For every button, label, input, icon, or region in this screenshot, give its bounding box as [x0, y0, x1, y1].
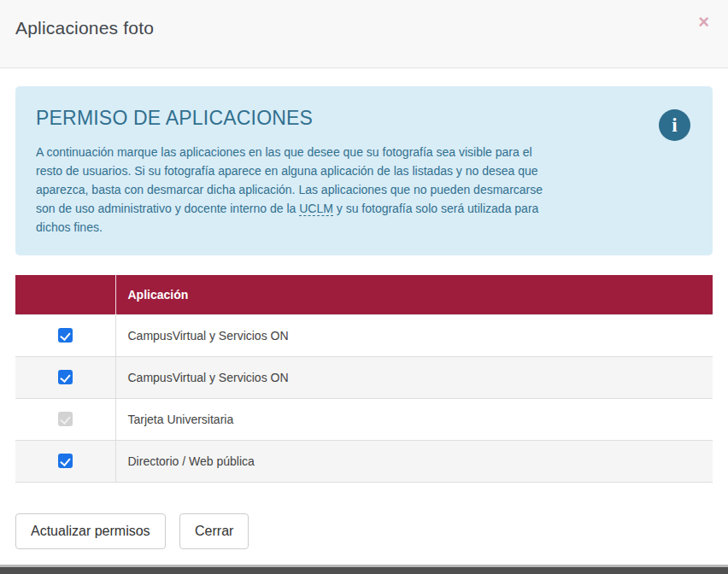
- uclm-link[interactable]: UCLM: [299, 202, 333, 216]
- checkbox-cell: [15, 398, 115, 440]
- table-row: CampusVirtual y Servicios ON: [15, 314, 713, 356]
- checkbox-cell: [15, 356, 115, 398]
- row-checkbox[interactable]: [58, 454, 73, 468]
- close-button[interactable]: Cerrar: [179, 513, 249, 549]
- table-header-row: Aplicación: [15, 275, 713, 314]
- application-column-header: Aplicación: [115, 275, 713, 314]
- info-panel-text: A continuación marque las aplicaciones e…: [36, 143, 545, 237]
- modal-body: PERMISO DE APLICACIONES i A continuación…: [0, 68, 728, 483]
- application-name: CampusVirtual y Servicios ON: [115, 314, 713, 356]
- permissions-table: Aplicación CampusVirtual y Servicios ON …: [15, 275, 713, 483]
- modal-header: Aplicaciones foto ×: [0, 0, 728, 68]
- window-bottom-edge: [0, 565, 728, 574]
- permissions-table-head: Aplicación: [15, 275, 713, 314]
- info-panel-heading: PERMISO DE APLICACIONES: [36, 107, 692, 130]
- row-checkbox[interactable]: [58, 370, 73, 384]
- row-checkbox: [58, 412, 73, 426]
- application-name: Tarjeta Universitaria: [115, 398, 713, 440]
- footer-buttons: Actualizar permisos Cerrar: [15, 513, 728, 549]
- application-name: CampusVirtual y Servicios ON: [115, 356, 713, 398]
- row-checkbox[interactable]: [58, 328, 73, 343]
- table-row: Directorio / Web pública: [15, 440, 713, 482]
- application-name: Directorio / Web pública: [115, 440, 713, 482]
- table-row: Tarjeta Universitaria: [15, 398, 713, 440]
- table-row: CampusVirtual y Servicios ON: [15, 356, 713, 398]
- close-icon[interactable]: ×: [693, 12, 714, 32]
- modal-title: Aplicaciones foto: [15, 18, 154, 38]
- info-circle-icon: i: [659, 109, 690, 141]
- info-panel: PERMISO DE APLICACIONES i A continuación…: [15, 86, 713, 255]
- update-permissions-button[interactable]: Actualizar permisos: [15, 513, 166, 549]
- checkbox-column-header: [15, 275, 115, 314]
- checkbox-cell: [15, 440, 115, 482]
- checkbox-cell: [15, 314, 115, 356]
- app-table-body: CampusVirtual y Servicios ON CampusVirtu…: [15, 314, 713, 482]
